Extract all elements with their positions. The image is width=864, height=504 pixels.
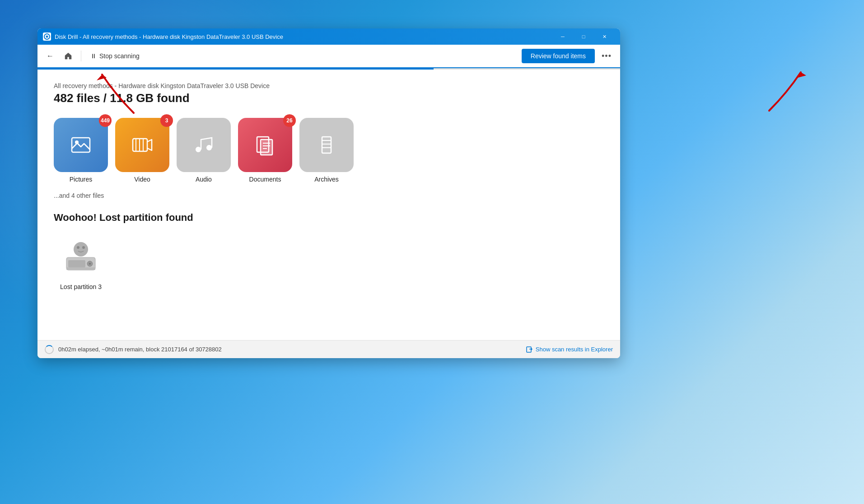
svg-point-1 (46, 36, 48, 38)
main-content: All recovery methods - Hardware disk Kin… (37, 70, 620, 340)
svg-rect-24 (66, 267, 95, 270)
archives-label: Archives (314, 176, 339, 183)
other-files-text: ...and 4 other files (54, 192, 604, 199)
review-found-items-button[interactable]: Review found items (522, 49, 595, 63)
partition-section-title: Woohoo! Lost partition found (54, 212, 604, 224)
svg-rect-25 (527, 347, 531, 352)
close-button[interactable]: ✕ (594, 28, 615, 45)
status-bar: 0h02m elapsed, ~0h01m remain, block 2101… (37, 340, 620, 358)
video-icon (115, 118, 169, 172)
stop-scanning-label: Stop scanning (99, 52, 140, 60)
video-label: Video (134, 176, 150, 183)
file-card-documents[interactable]: 26 Documents (238, 118, 292, 183)
audio-icon (177, 118, 231, 172)
documents-badge: 26 (283, 114, 296, 127)
svg-rect-13 (322, 137, 331, 153)
app-window: Disk Drill - All recovery methods - Hard… (37, 28, 620, 358)
window-controls: ─ □ ✕ (552, 28, 615, 45)
scanning-spinner (45, 345, 54, 354)
stop-scanning-button[interactable]: ⏸ Stop scanning (87, 50, 143, 62)
svg-rect-9 (261, 140, 272, 155)
pictures-icon (54, 118, 108, 172)
archives-icon-wrap (299, 118, 354, 172)
video-badge: 3 (160, 114, 173, 127)
archives-icon (299, 118, 354, 172)
audio-icon-wrap (177, 118, 231, 172)
toolbar: ← ⏸ Stop scanning Review found items ••• (37, 45, 620, 68)
toolbar-separator (81, 51, 81, 61)
show-results-button[interactable]: Show scan results in Explorer (526, 346, 613, 353)
file-card-pictures[interactable]: 449 Pictures (54, 118, 108, 183)
back-button[interactable]: ← (43, 49, 57, 63)
window-title: Disk Drill - All recovery methods - Hard… (55, 33, 552, 40)
maximize-button[interactable]: □ (573, 28, 594, 45)
audio-label: Audio (196, 176, 212, 183)
home-button[interactable] (61, 49, 75, 63)
file-card-audio[interactable]: Audio (177, 118, 231, 183)
svg-point-19 (82, 246, 85, 249)
pause-icon: ⏸ (90, 52, 97, 60)
svg-rect-2 (72, 138, 90, 152)
partition-items: Lost partition 3 (54, 234, 604, 290)
lost-partition-card[interactable]: Lost partition 3 (54, 234, 108, 290)
video-icon-wrap: 3 (115, 118, 169, 172)
documents-icon (238, 118, 292, 172)
svg-point-17 (74, 242, 88, 257)
file-card-video[interactable]: 3 Video (115, 118, 169, 183)
svg-marker-28 (796, 72, 806, 78)
scan-title: 482 files / 11.8 GB found (54, 91, 604, 105)
lost-partition-icon (54, 234, 108, 280)
app-icon (43, 33, 51, 41)
svg-point-23 (89, 263, 91, 265)
lost-partition-label: Lost partition 3 (60, 283, 102, 290)
scan-subtitle: All recovery methods - Hardware disk Kin… (54, 82, 604, 89)
minimize-button[interactable]: ─ (552, 28, 573, 45)
pictures-icon-wrap: 449 (54, 118, 108, 172)
pictures-badge: 449 (99, 114, 112, 127)
arrow-right (760, 65, 814, 115)
documents-label: Documents (249, 176, 281, 183)
svg-rect-21 (68, 260, 85, 267)
title-bar: Disk Drill - All recovery methods - Hard… (37, 28, 620, 45)
file-types-grid: 449 Pictures 3 (54, 118, 604, 183)
file-card-archives[interactable]: Archives (299, 118, 354, 183)
pictures-label: Pictures (70, 176, 93, 183)
status-text: 0h02m elapsed, ~0h01m remain, block 2101… (58, 346, 526, 353)
more-options-button[interactable]: ••• (598, 48, 615, 64)
documents-icon-wrap: 26 (238, 118, 292, 172)
svg-point-18 (77, 246, 79, 249)
show-results-label: Show scan results in Explorer (536, 346, 613, 353)
